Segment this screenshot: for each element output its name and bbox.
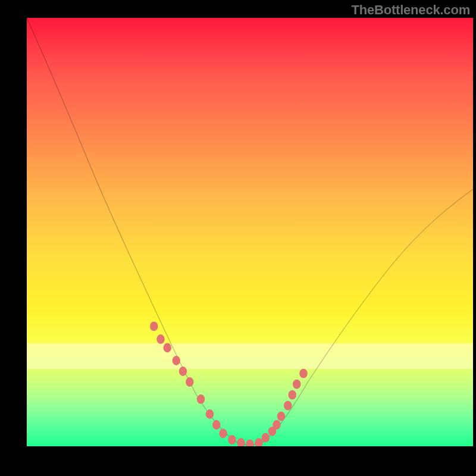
svg-point-0	[150, 321, 158, 331]
svg-point-13	[255, 438, 262, 446]
svg-point-12	[246, 439, 253, 446]
bottleneck-curve	[27, 18, 473, 446]
svg-point-10	[228, 435, 236, 444]
curve-path	[27, 18, 473, 445]
x-axis-gutter	[27, 446, 473, 476]
svg-point-5	[186, 377, 193, 387]
svg-point-6	[197, 394, 205, 404]
svg-point-7	[206, 409, 214, 419]
y-axis-gutter	[0, 18, 27, 446]
svg-point-4	[179, 367, 187, 376]
svg-point-15	[268, 427, 276, 436]
svg-point-9	[219, 428, 227, 438]
svg-point-8	[212, 420, 220, 430]
svg-point-20	[293, 380, 300, 389]
svg-point-11	[237, 438, 245, 446]
svg-point-16	[273, 420, 280, 430]
svg-point-14	[262, 433, 270, 443]
chart-frame: TheBottleneck.com	[0, 0, 476, 476]
svg-point-2	[164, 343, 172, 352]
highlight-points	[27, 18, 473, 446]
svg-point-21	[299, 369, 308, 378]
watermark-text: TheBottleneck.com	[351, 2, 470, 18]
svg-point-17	[277, 412, 285, 421]
svg-point-3	[173, 356, 180, 365]
svg-point-19	[289, 390, 296, 400]
svg-point-18	[284, 401, 292, 411]
plot-area	[27, 18, 473, 446]
highlight-band	[27, 343, 473, 369]
svg-point-1	[156, 334, 165, 344]
